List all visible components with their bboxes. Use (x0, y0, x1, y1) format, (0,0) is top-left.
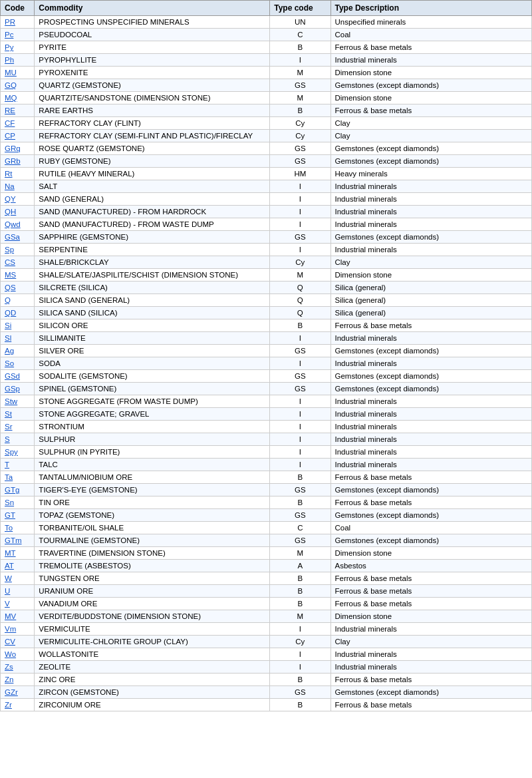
code-cell[interactable]: Qwd (1, 218, 35, 231)
type-code-cell: C (270, 522, 331, 534)
code-cell[interactable]: Spy (1, 446, 35, 459)
code-cell[interactable]: Sl (1, 332, 35, 345)
type-code-cell: I (270, 661, 331, 674)
code-cell[interactable]: Ag (1, 345, 35, 357)
code-cell[interactable]: Vm (1, 623, 35, 636)
code-cell[interactable]: CP (1, 130, 35, 142)
code-cell[interactable]: Zs (1, 661, 35, 674)
code-cell[interactable]: Sn (1, 496, 35, 509)
table-row: GTgTIGER'S-EYE (GEMSTONE)GSGemstones (ex… (1, 484, 532, 496)
commodity-cell: VERDITE/BUDDSTONE (DIMENSION STONE) (35, 610, 270, 623)
type-code-cell: GS (270, 155, 331, 168)
code-cell[interactable]: Na (1, 180, 35, 193)
code-cell[interactable]: Pc (1, 29, 35, 41)
table-row: ZrZIRCONIUM OREBFerrous & base metals (1, 699, 532, 711)
commodity-cell: TIN ORE (35, 496, 270, 509)
code-cell[interactable]: GT (1, 509, 35, 522)
code-cell[interactable]: MS (1, 269, 35, 282)
table-row: SiSILICON OREBFerrous & base metals (1, 319, 532, 332)
type-desc-cell: Gemstones (except diamonds) (331, 383, 532, 395)
code-cell[interactable]: Sr (1, 421, 35, 433)
code-cell[interactable]: Wo (1, 648, 35, 661)
table-header-row: Code Commodity Type code Type Descriptio… (1, 1, 532, 16)
code-cell[interactable]: Rt (1, 168, 35, 180)
code-cell[interactable]: GSa (1, 231, 35, 244)
code-cell[interactable]: MU (1, 67, 35, 79)
code-cell[interactable]: GSp (1, 383, 35, 395)
table-row: PhPYROPHYLLITEIIndustrial minerals (1, 54, 532, 67)
code-cell[interactable]: AT (1, 560, 35, 572)
type-code-cell: Q (270, 294, 331, 307)
type-desc-cell: Coal (331, 29, 532, 41)
code-cell[interactable]: CV (1, 636, 35, 648)
code-cell[interactable]: GZr (1, 686, 35, 699)
code-cell[interactable]: MQ (1, 92, 35, 104)
commodity-cell: SAND (MANUFACTURED) - FROM WASTE DUMP (35, 218, 270, 231)
code-cell[interactable]: Ta (1, 471, 35, 484)
code-cell[interactable]: GSd (1, 370, 35, 383)
code-cell[interactable]: Zn (1, 674, 35, 686)
code-cell[interactable]: MT (1, 547, 35, 560)
table-row: ToTORBANITE/OIL SHALECCoal (1, 522, 532, 534)
code-cell[interactable]: QS (1, 282, 35, 294)
code-cell[interactable]: Si (1, 319, 35, 332)
commodity-cell: REFRACTORY CLAY (FLINT) (35, 117, 270, 130)
type-code-cell: HM (270, 168, 331, 180)
type-code-cell: I (270, 421, 331, 433)
type-desc-cell: Heavy minerals (331, 168, 532, 180)
code-cell[interactable]: So (1, 357, 35, 370)
code-cell[interactable]: GRb (1, 155, 35, 168)
code-cell[interactable]: QY (1, 193, 35, 206)
type-code-cell: GS (270, 370, 331, 383)
code-cell[interactable]: To (1, 522, 35, 534)
commodity-table: Code Commodity Type code Type Descriptio… (0, 0, 532, 711)
type-desc-cell: Ferrous & base metals (331, 674, 532, 686)
commodity-cell: ZINC ORE (35, 674, 270, 686)
code-cell[interactable]: MV (1, 610, 35, 623)
type-desc-cell: Silica (general) (331, 282, 532, 294)
table-row: PRPROSPECTING UNSPECIFIED MINERALSUNUnsp… (1, 16, 532, 29)
code-cell[interactable]: Stw (1, 395, 35, 408)
table-row: MVVERDITE/BUDDSTONE (DIMENSION STONE)MDi… (1, 610, 532, 623)
type-desc-cell: Gemstones (except diamonds) (331, 509, 532, 522)
type-code-cell: I (270, 408, 331, 421)
code-cell[interactable]: Ph (1, 54, 35, 67)
table-row: TTALCIIndustrial minerals (1, 459, 532, 471)
type-desc-cell: Industrial minerals (331, 357, 532, 370)
table-row: GTTOPAZ (GEMSTONE)GSGemstones (except di… (1, 509, 532, 522)
code-cell[interactable]: RE (1, 104, 35, 117)
code-cell[interactable]: S (1, 433, 35, 446)
code-cell[interactable]: GTm (1, 534, 35, 547)
code-cell[interactable]: GRq (1, 142, 35, 155)
type-code-cell: M (270, 610, 331, 623)
type-code-cell: I (270, 218, 331, 231)
code-cell[interactable]: CS (1, 256, 35, 269)
type-desc-cell: Coal (331, 522, 532, 534)
commodity-cell: ZIRCONIUM ORE (35, 699, 270, 711)
code-cell[interactable]: U (1, 585, 35, 598)
code-cell[interactable]: St (1, 408, 35, 421)
commodity-cell: ZEOLITE (35, 661, 270, 674)
type-desc-cell: Silica (general) (331, 307, 532, 319)
code-cell[interactable]: QD (1, 307, 35, 319)
code-cell[interactable]: CF (1, 117, 35, 130)
code-cell[interactable]: GQ (1, 79, 35, 92)
code-cell[interactable]: Sp (1, 244, 35, 256)
code-cell[interactable]: GTg (1, 484, 35, 496)
type-desc-cell: Industrial minerals (331, 244, 532, 256)
code-cell[interactable]: W (1, 572, 35, 585)
commodity-cell: SERPENTINE (35, 244, 270, 256)
commodity-cell: RUBY (GEMSTONE) (35, 155, 270, 168)
commodity-cell: VANADIUM ORE (35, 598, 270, 610)
type-desc-cell: Gemstones (except diamonds) (331, 231, 532, 244)
code-cell[interactable]: QH (1, 206, 35, 218)
code-cell[interactable]: Py (1, 41, 35, 54)
type-desc-cell: Ferrous & base metals (331, 319, 532, 332)
code-cell[interactable]: T (1, 459, 35, 471)
code-cell[interactable]: PR (1, 16, 35, 29)
table-row: CVVERMICULITE-CHLORITE GROUP (CLAY)CyCla… (1, 636, 532, 648)
code-cell[interactable]: Q (1, 294, 35, 307)
code-cell[interactable]: V (1, 598, 35, 610)
commodity-cell: SILICON ORE (35, 319, 270, 332)
code-cell[interactable]: Zr (1, 699, 35, 711)
